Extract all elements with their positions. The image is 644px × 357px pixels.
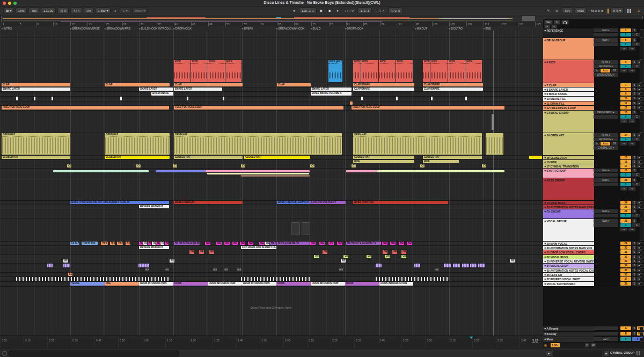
track-name[interactable]: ◉32 VOCAL RUNS [543,255,594,259]
clip[interactable]: BASS (4 NOTES) [174,201,243,204]
clip[interactable]: CLAP [105,83,170,86]
track-name[interactable]: ◉16 RIDE [543,160,594,164]
track-lane[interactable]: OPEN HATOPEN HATOPEN HATOPEN HAT [0,133,543,156]
clip[interactable]: N p [126,242,130,245]
clip[interactable]: DR [209,250,214,254]
locator-flag[interactable]: BREAKDOWN/PRE [105,26,130,31]
output-menu[interactable]: Main ▾ [594,209,618,213]
track-lane[interactable] [0,178,543,201]
h-zoom-button[interactable]: H [585,343,589,347]
clip[interactable]: I'm b [117,242,123,245]
clip[interactable] [47,264,53,267]
track-lane[interactable] [0,101,543,106]
clip[interactable]: CLOSED HAT [2,156,70,159]
track-number[interactable]: 33 [620,259,631,263]
track-number[interactable]: 38 [620,282,631,286]
track-number[interactable]: 14 [620,133,631,137]
volume-field[interactable]: 0 [620,42,631,46]
clip[interactable]: CUT HIGHS AND SLOWLY FIL [241,246,276,249]
volume-field[interactable]: 0 [620,223,631,227]
solo-button[interactable]: S [632,246,636,250]
solo-button[interactable]: S [632,92,636,96]
meter-db-left[interactable]: -∞ [620,69,627,72]
solo-button[interactable]: S [632,250,636,254]
clip[interactable]: DR [392,250,397,254]
key-scale-menu[interactable]: Major ▾ [132,8,148,14]
track-name[interactable]: ◉8 SNARE LAYER [543,88,594,91]
midi-map-button[interactable]: MIDI [575,8,587,14]
clip[interactable] [138,264,149,267]
clip[interactable]: KICK [225,60,241,82]
return-solo-button[interactable]: S [632,326,636,330]
track-name[interactable]: ◉37 REVERB VOCAL SHOT [543,277,594,281]
routing-spare-box[interactable] [594,223,618,227]
track-lane[interactable]: LE [0,273,543,277]
clip[interactable]: Ex ju No [70,242,79,245]
locator-flag[interactable]: BREAK [242,26,253,31]
clip[interactable]: CLAP/SNARE [353,88,414,91]
output-menu[interactable]: Main ▾ [594,38,618,42]
clip[interactable] [470,264,477,267]
locator-flag[interactable]: BREAKDOWN/VERSE [70,26,100,31]
output-menu[interactable]: Main ▾ [594,28,618,32]
solo-button[interactable]: S [632,60,636,64]
solo-button[interactable]: S [632,169,636,172]
quantize-menu[interactable]: 1 Bar ▾ [95,8,111,14]
menu-icon[interactable]: ≡ [635,8,642,13]
locator-flag[interactable]: END [484,26,491,31]
meter-db-right[interactable]: -∞ [628,47,635,50]
track-name[interactable]: ◉9 BUILD SNARE [543,92,594,96]
clip[interactable]: CLOSED HAT [423,156,482,159]
monitor-in-button[interactable]: In [594,69,600,72]
clip[interactable]: CY [352,164,356,167]
clip[interactable] [241,175,310,177]
solo-button[interactable]: S [632,101,636,105]
output-menu[interactable]: DRUM GROU ▾ [594,73,618,77]
loop-length-field[interactable]: 4. 0. 0 [389,8,403,14]
clip[interactable]: HOOK [173,282,208,286]
overdub-buttons[interactable]: + ▢ ↻ [342,8,356,13]
clip[interactable]: BUILD SNARE [151,92,173,96]
clip[interactable]: BASS (4 NOTES) LOW CUT AND SLOWLY FADE I… [70,201,169,204]
play-button[interactable]: ▶ [318,8,325,13]
clip[interactable]: CY [482,164,486,167]
track-number[interactable]: 31 [620,250,631,254]
clip[interactable] [376,277,449,281]
monitor-in-button[interactable]: In [594,142,600,145]
volume-field[interactable]: 0 [620,214,631,217]
solo-button[interactable]: S [632,156,636,159]
solo-button[interactable]: S [632,242,636,245]
track-number[interactable]: 15 [620,156,631,159]
clip[interactable]: LOVLOVLOVLOVLOV [310,201,346,204]
main-output-menu[interactable]: 1/2 ▾ [594,337,618,341]
solo-button[interactable]: S [632,268,636,272]
clip[interactable]: RIDE [423,160,459,163]
volume-field[interactable]: 0 [620,173,631,177]
clip[interactable]: No I'm Ai Fu Lo Ba No Fu [174,242,200,245]
clip[interactable]: HIX [144,268,150,272]
volume-field[interactable]: 0 [620,64,631,68]
track-lane[interactable] [0,264,543,268]
clip[interactable]: REVERB WASHOUT [139,205,169,208]
routing-spare-box[interactable] [594,42,618,46]
clip[interactable] [396,97,398,100]
solo-button[interactable]: S [632,209,636,213]
clip[interactable]: HIX [223,268,229,272]
clip[interactable]: HIX [434,268,440,272]
meter-db-right[interactable]: -∞ [628,228,635,231]
clip[interactable]: DR [401,250,406,254]
track-lane[interactable] [0,219,543,242]
clip[interactable] [207,173,309,174]
clip[interactable]: RE [510,259,515,263]
clip[interactable] [241,277,310,281]
clip[interactable]: HIX [236,268,243,272]
clip[interactable]: SNARE LAYER [139,88,173,91]
solo-button[interactable]: S [632,205,636,209]
track-number[interactable]: 36 [620,273,631,276]
clip[interactable]: VO [385,255,390,258]
output-menu[interactable]: Main ▾ [594,219,618,223]
clip[interactable]: LE [68,273,72,276]
clip[interactable]: CY [420,164,425,167]
track-lane[interactable]: REVERB WASHOUTCUT HIGHS AND SLOWLY FIL [0,246,543,250]
return-spare-box[interactable] [594,326,618,330]
